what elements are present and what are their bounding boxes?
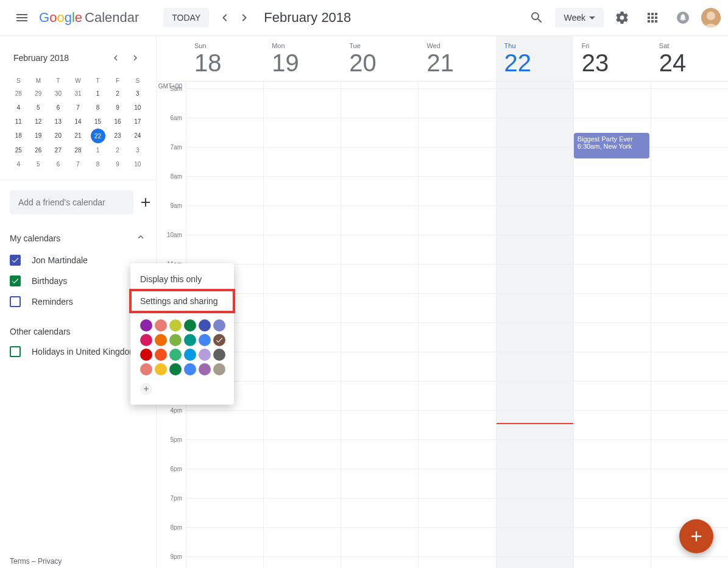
mini-cal-day[interactable]: 5 [29, 101, 49, 115]
next-week-button[interactable] [235, 8, 254, 27]
mini-cal-day[interactable]: 24 [127, 129, 147, 143]
calendar-checkbox[interactable] [10, 296, 21, 307]
color-swatch[interactable] [184, 363, 196, 375]
mini-cal-day[interactable]: 8 [88, 157, 108, 171]
mini-cal-day[interactable]: 2 [108, 87, 128, 101]
mini-cal-day[interactable]: 18 [9, 129, 29, 143]
color-swatch[interactable] [155, 349, 167, 361]
mini-cal-prev-button[interactable] [108, 51, 123, 65]
other-calendars-toggle[interactable]: Other calendars [10, 322, 146, 341]
color-swatch[interactable] [213, 319, 225, 332]
google-apps-icon[interactable] [640, 5, 665, 30]
my-calendars-toggle[interactable]: My calendars [10, 227, 146, 250]
prev-week-button[interactable] [215, 8, 235, 27]
terms-link[interactable]: Terms [10, 557, 30, 566]
color-swatch[interactable] [169, 363, 182, 375]
calendar-event[interactable]: Biggest Party Ever6:30am, New York [574, 133, 649, 158]
mini-cal-day[interactable]: 27 [48, 143, 68, 157]
day-column-header[interactable]: Fri23 [573, 36, 651, 81]
mini-cal-day[interactable]: 16 [108, 115, 128, 129]
mini-cal-day[interactable]: 28 [68, 143, 88, 157]
mini-cal-day[interactable]: 3 [127, 143, 147, 157]
mini-cal-day[interactable]: 19 [29, 129, 49, 143]
mini-cal-day[interactable]: 23 [108, 129, 128, 143]
day-column-header[interactable]: Mon19 [263, 36, 341, 81]
mini-cal-day[interactable]: 11 [9, 115, 29, 129]
mini-cal-day[interactable]: 20 [48, 129, 68, 143]
mini-cal-day[interactable]: 7 [68, 157, 88, 171]
mini-cal-day[interactable]: 26 [29, 143, 49, 157]
today-button[interactable]: TODAY [163, 8, 209, 27]
color-swatch[interactable] [199, 363, 211, 375]
mini-cal-day[interactable]: 12 [29, 115, 49, 129]
mini-cal-day[interactable]: 3 [127, 87, 147, 101]
google-calendar-logo[interactable]: Google Calendar [39, 10, 139, 26]
color-swatch[interactable] [199, 349, 211, 361]
mini-cal-day[interactable]: 30 [48, 87, 68, 101]
mini-cal-day[interactable]: 4 [9, 101, 29, 115]
mini-cal-next-button[interactable] [128, 51, 143, 65]
day-column[interactable] [418, 82, 495, 568]
mini-cal-day[interactable]: 14 [68, 115, 88, 129]
color-swatch[interactable] [140, 363, 152, 375]
settings-sharing-menu-item[interactable]: Settings and sharing [130, 290, 234, 312]
day-column[interactable] [651, 82, 728, 568]
color-swatch[interactable] [169, 349, 182, 361]
color-swatch[interactable] [140, 349, 152, 361]
day-column-header[interactable]: Tue20 [341, 36, 418, 81]
color-swatch[interactable] [155, 319, 167, 332]
hamburger-menu-icon[interactable] [7, 3, 37, 32]
search-icon[interactable] [525, 5, 549, 30]
add-calendar-button[interactable] [138, 195, 153, 210]
user-avatar[interactable] [701, 8, 721, 27]
mini-cal-day[interactable]: 29 [29, 87, 49, 101]
mini-cal-day[interactable]: 9 [108, 157, 128, 171]
notifications-icon[interactable] [671, 5, 695, 30]
calendar-checkbox[interactable] [10, 255, 21, 266]
color-swatch[interactable] [140, 319, 152, 332]
week-body[interactable]: GMT+00 5am6am7am8am9am10am11am12pm1pm2pm… [157, 82, 728, 568]
privacy-link[interactable]: Privacy [38, 557, 62, 566]
color-swatch[interactable] [213, 334, 225, 346]
mini-cal-day[interactable]: 10 [127, 157, 147, 171]
day-column[interactable] [496, 82, 573, 568]
mini-cal-day[interactable]: 7 [68, 101, 88, 115]
day-column-header[interactable]: Wed21 [418, 36, 495, 81]
day-column[interactable] [263, 82, 341, 568]
mini-cal-day[interactable]: 31 [68, 87, 88, 101]
mini-cal-day[interactable]: 22 [91, 129, 105, 143]
color-swatch[interactable] [155, 334, 167, 346]
mini-cal-day[interactable]: 15 [88, 115, 108, 129]
day-column-header[interactable]: Sat24 [651, 36, 728, 81]
view-selector[interactable]: Week [555, 8, 604, 27]
color-swatch[interactable] [213, 349, 225, 361]
settings-gear-icon[interactable] [610, 5, 634, 30]
color-swatch[interactable] [213, 363, 225, 375]
mini-cal-day[interactable]: 5 [29, 157, 49, 171]
color-swatch[interactable] [140, 334, 152, 346]
day-column[interactable] [341, 82, 418, 568]
calendar-checkbox[interactable] [10, 275, 21, 286]
mini-cal-day[interactable]: 6 [48, 157, 68, 171]
mini-cal-day[interactable]: 4 [9, 157, 29, 171]
display-only-menu-item[interactable]: Display this only [130, 268, 234, 290]
color-swatch[interactable] [169, 334, 182, 346]
day-column-header[interactable]: Thu22 [496, 36, 573, 81]
mini-cal-day[interactable]: 2 [108, 143, 128, 157]
mini-cal-day[interactable]: 1 [88, 143, 108, 157]
mini-cal-day[interactable]: 25 [9, 143, 29, 157]
day-column[interactable]: Biggest Party Ever6:30am, New York [573, 82, 651, 568]
mini-cal-day[interactable]: 21 [68, 129, 88, 143]
color-swatch[interactable] [199, 319, 211, 332]
add-friend-input[interactable] [10, 190, 133, 215]
mini-cal-day[interactable]: 8 [88, 101, 108, 115]
color-swatch[interactable] [184, 334, 196, 346]
mini-cal-day[interactable]: 6 [48, 101, 68, 115]
create-event-fab[interactable] [679, 519, 713, 553]
color-swatch[interactable] [184, 319, 196, 332]
mini-cal-day[interactable]: 1 [88, 87, 108, 101]
day-column-header[interactable]: Sun18 [186, 36, 263, 81]
color-swatch[interactable] [169, 319, 182, 332]
add-custom-color-button[interactable] [140, 383, 152, 395]
mini-cal-day[interactable]: 13 [48, 115, 68, 129]
